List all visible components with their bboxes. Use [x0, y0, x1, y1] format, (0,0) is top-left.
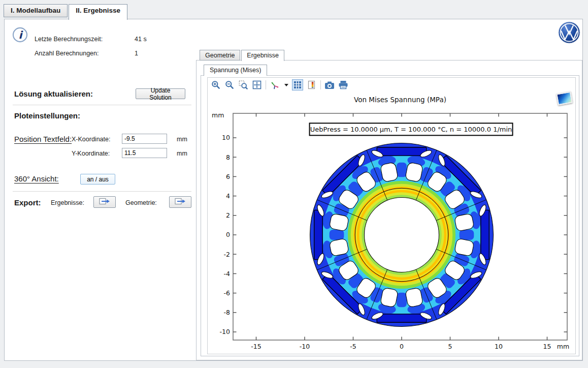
tab-ergebnisse[interactable]: II. Ergebnisse — [69, 4, 127, 20]
main-tabbar: I. Modellaufbau II. Ergebnisse — [4, 4, 127, 20]
y-axis-unit: mm — [212, 111, 224, 119]
export-geometry-label: Geometrie: — [125, 199, 157, 206]
x-unit-label: mm — [177, 136, 187, 143]
y-coordinate-input[interactable] — [122, 148, 167, 158]
y-tick-label: 4 — [226, 192, 230, 200]
x-tick-label: -10 — [300, 343, 310, 350]
x-tick-label: 0 — [400, 343, 404, 350]
plot-settings-heading: Ploteinstellungen: — [14, 111, 80, 120]
y-tick-label: 2 — [226, 211, 230, 219]
update-solution-button[interactable]: Update Solution — [136, 88, 185, 99]
y-tick-label: 6 — [226, 173, 230, 180]
export-heading: Export: — [14, 198, 41, 207]
y-tick-label: -2 — [224, 251, 230, 258]
camera-icon[interactable] — [324, 80, 335, 90]
zoom-out-icon[interactable] — [224, 80, 235, 90]
tab-modellaufbau[interactable]: I. Modellaufbau — [4, 4, 68, 17]
annotation-text: UebPress = 10.0000 µm, T = 100.000 °C, n… — [310, 126, 512, 133]
y-tick-label: 8 — [226, 154, 230, 161]
divider — [13, 191, 191, 192]
info-icon: i — [12, 27, 28, 43]
app-window: { "window": { "tabs": [ {"label": "I. Mo… — [0, 0, 588, 368]
graphics-area[interactable]: Von Mises Spannung (MPa)UebPress = 10.00… — [207, 77, 576, 354]
y-tick-label: -10 — [220, 328, 230, 335]
grid-icon[interactable] — [292, 79, 303, 90]
printer-icon[interactable] — [338, 80, 348, 90]
export-icon — [175, 198, 186, 207]
last-computation-label: Letzte Berechnungszeit: — [35, 36, 103, 43]
y-tick-label: -4 — [224, 270, 231, 278]
view-tabbar: Geometrie Ergebnisse — [200, 50, 284, 61]
rotor-surface — [310, 143, 494, 327]
x-tick-label: 5 — [448, 343, 452, 350]
toolbar-separator — [266, 80, 266, 89]
x-tick-label: -15 — [251, 343, 261, 350]
x-tick-label: 10 — [495, 343, 503, 350]
view-360-label: 360° Ansicht: — [14, 174, 59, 183]
computation-count-value: 1 — [135, 50, 138, 57]
y-tick-label: 10 — [222, 134, 230, 141]
x-coordinate-input[interactable] — [122, 134, 167, 144]
graphics-toolbar — [211, 79, 351, 91]
y-tick-label: -6 — [224, 289, 231, 297]
x-coordinate-label: X-Koordinate: — [72, 136, 110, 143]
tab-geometrie[interactable]: Geometrie — [200, 50, 240, 60]
tab-spannung-mises[interactable]: Spannung (Mises) — [204, 65, 267, 76]
dropdown-caret-icon[interactable] — [284, 84, 288, 86]
export-results-button[interactable] — [93, 196, 116, 208]
export-icon — [99, 198, 111, 207]
color-legend-icon[interactable] — [307, 80, 317, 90]
y-coordinate-label: Y-Koordinate: — [72, 150, 110, 157]
position-textfield-label: Position Textfeld: — [14, 135, 72, 143]
last-computation-value: 41 s — [135, 36, 147, 43]
export-geometry-button[interactable] — [169, 196, 191, 208]
x-tick-label: 15 — [543, 343, 551, 350]
plot-title: Von Mises Spannung (MPa) — [354, 96, 446, 104]
y-tick-label: -8 — [224, 309, 231, 316]
x-tick-label: -5 — [350, 343, 356, 350]
y-unit-label: mm — [177, 150, 187, 157]
y-tick-label: 0 — [226, 231, 230, 238]
tab-ergebnisse-view[interactable]: Ergebnisse — [241, 50, 284, 61]
export-results-label: Ergebnisse: — [51, 199, 84, 206]
zoom-box-icon[interactable] — [238, 80, 248, 90]
zoom-in-icon[interactable] — [211, 80, 221, 90]
view-360-toggle-button[interactable]: an / aus — [80, 174, 115, 185]
plot-tabbar: Spannung (Mises) — [204, 65, 267, 76]
toolbar-separator — [320, 80, 321, 89]
x-axis-unit: mm — [557, 343, 569, 350]
axes-orientation-icon[interactable] — [270, 80, 280, 90]
update-solution-label: Lösung aktualisieren: — [14, 89, 93, 98]
vw-logo — [558, 21, 580, 44]
mises-stress-plot[interactable]: Von Mises Spannung (MPa)UebPress = 10.00… — [208, 78, 576, 355]
computation-count-label: Anzahl Berechnungen: — [35, 50, 99, 57]
zoom-extents-icon[interactable] — [252, 80, 262, 90]
divider — [13, 105, 191, 105]
